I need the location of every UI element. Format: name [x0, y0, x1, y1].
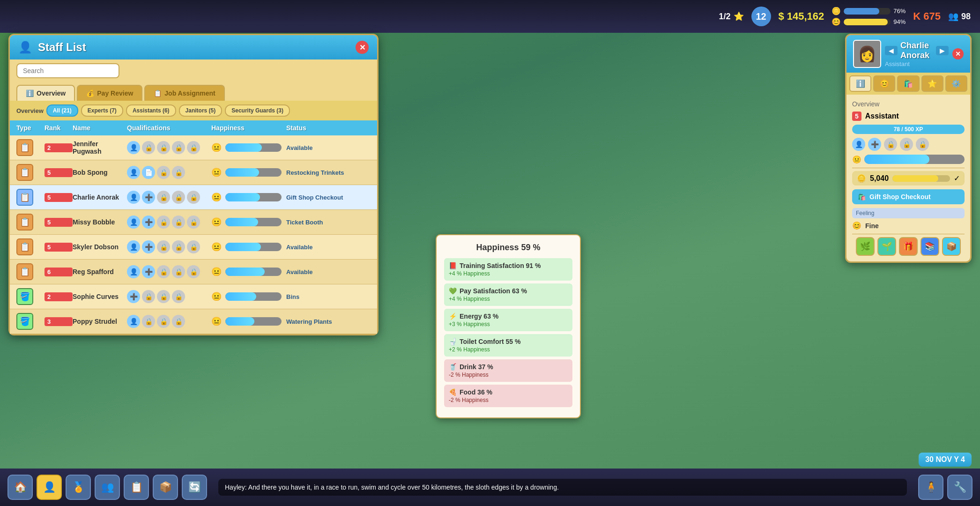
table-row[interactable]: 🪣 2 Sophie Curves ➕ 🔒 🔒 🔒 😐 Bins: [10, 284, 377, 309]
filter-all[interactable]: All (21): [46, 104, 78, 117]
staff-qualifications: 👤 📄 🔒 🔒: [127, 166, 211, 179]
staff-close-button[interactable]: ✕: [356, 41, 369, 54]
overview-tab-icon: ℹ️: [26, 89, 34, 97]
happiness-cell: 😐: [211, 316, 286, 327]
qual-icon: 🔒: [187, 191, 200, 204]
table-row[interactable]: 📋 5 Charlie Anorak 👤 ➕ 🔒 🔒 🔒 😐 Gift Shop…: [10, 185, 377, 210]
table-row[interactable]: 📋 5 Skyler Dobson 👤 ➕ 🔒 🔒 🔒 😐 Available: [10, 235, 377, 260]
visitors-count: 👥 98: [948, 11, 971, 22]
toilet-icon: 🚽: [449, 338, 457, 345]
bottom-btn-person[interactable]: 👤: [37, 475, 62, 500]
k-icon: K: [913, 10, 921, 22]
staff-type-icon: 📋: [16, 214, 33, 231]
qual-icon: 👤: [127, 166, 140, 179]
happiness-popup: Happiness 59 % 📕 Training Satisfaction 9…: [436, 234, 581, 418]
char-panel: 👩 ◀ Charlie Anorak ▶ Assistant ✕ ℹ️ 😊 🛍️…: [845, 34, 972, 263]
happiness-bar: [225, 168, 282, 177]
tab-overview-label: Overview: [37, 89, 66, 97]
action-gift-btn[interactable]: 🎁: [899, 237, 918, 256]
qual-icon: 🔒: [187, 216, 200, 229]
table-row[interactable]: 🪣 3 Poppy Strudel 👤 🔒 🔒 🔒 😐 Watering Pla…: [10, 309, 377, 334]
bottom-btn-box[interactable]: 📦: [153, 475, 178, 500]
char-qual-icon: 👤: [852, 138, 865, 151]
filter-experts[interactable]: Experts (7): [81, 104, 123, 117]
money-value: 145,162: [787, 10, 824, 22]
qual-icon: 🔒: [172, 141, 185, 154]
char-prev-button[interactable]: ◀: [885, 46, 898, 55]
char-qual-icon: 🔒: [884, 138, 897, 151]
tab-overview[interactable]: ℹ️ Overview: [16, 85, 75, 101]
happiness-bar: [225, 143, 282, 152]
qual-icon: 🔒: [157, 216, 170, 229]
happiness-emoji: 😐: [211, 242, 222, 252]
search-input[interactable]: [16, 63, 119, 78]
bottom-btn-arrows[interactable]: 🔄: [182, 475, 207, 500]
qual-icon: 🔒: [172, 290, 185, 303]
salary-row: 🪙 5,040 ✓: [852, 171, 965, 186]
filter-janitors[interactable]: Janitors (5): [179, 104, 223, 117]
happiness-item-sub: -2 % Happiness: [449, 372, 568, 378]
happiness-item-title: 💚 Pay Satisfaction 63 %: [449, 287, 568, 295]
table-row[interactable]: 📋 5 Missy Bobble 👤 ➕ 🔒 🔒 🔒 😐 Ticket Boot…: [10, 210, 377, 235]
progress-bar-1: [844, 8, 891, 15]
qual-icon: 🔒: [157, 240, 170, 253]
char-qual-icon: 🔒: [916, 138, 929, 151]
action-book-btn[interactable]: 📚: [921, 237, 939, 256]
char-tab-bag[interactable]: 🛍️: [897, 75, 919, 92]
happiness-item-sub: +4 % Happiness: [449, 296, 568, 302]
qual-icon: 🔒: [187, 265, 200, 278]
happiness-item-sub: +3 % Happiness: [449, 321, 568, 327]
action-leaf-btn[interactable]: 🌱: [877, 237, 896, 256]
action-box-btn[interactable]: 📦: [942, 237, 961, 256]
char-name: Charlie Anorak: [900, 41, 933, 60]
staff-panel: 👤 Staff List ✕ ℹ️ Overview 💰 Pay Review …: [8, 34, 379, 335]
bottom-btn-person2[interactable]: 🧍: [918, 475, 943, 500]
bottom-btn-list[interactable]: 📋: [124, 475, 149, 500]
happiness-item: 📕 Training Satisfaction 91 % +4 % Happin…: [444, 258, 572, 281]
qual-icon: 🔒: [172, 315, 185, 328]
happiness-emoji: 😐: [211, 316, 222, 327]
bottom-btn-tool[interactable]: 🔧: [947, 475, 973, 500]
bottom-bar: 🏠 👤 🏅 👥 📋 📦 🔄 Hayley: And there you have…: [0, 469, 980, 506]
staff-name: Jennifer Pugwash: [73, 140, 127, 155]
tab-job-assignment[interactable]: 📋 Job Assignment: [144, 85, 224, 101]
visitors-value: 98: [961, 12, 971, 22]
happiness-bar: [225, 268, 282, 276]
feeling-icon: 😊: [852, 221, 861, 230]
qual-icon: ➕: [127, 290, 140, 303]
char-section-title: Overview: [852, 100, 965, 108]
bottom-btn-home[interactable]: 🏠: [7, 475, 33, 500]
staff-status: Available: [286, 144, 371, 151]
char-tab-settings[interactable]: ⚙️: [945, 75, 967, 92]
table-row[interactable]: 📋 6 Reg Spafford 👤 ➕ 🔒 🔒 🔒 😐 Available: [10, 260, 377, 284]
char-next-button[interactable]: ▶: [936, 46, 949, 55]
filter-assistants[interactable]: Assistants (6): [126, 104, 176, 117]
overview-filter-label: Overview: [16, 107, 44, 114]
feeling-label: Feeling: [856, 210, 874, 216]
action-plant-btn[interactable]: 🌿: [856, 237, 875, 256]
staff-rank: 2: [45, 143, 73, 152]
happiness-cell: 😐: [211, 142, 286, 153]
staff-status: Gift Shop Checkout: [286, 194, 371, 201]
char-subtitle: Assistant: [885, 60, 949, 67]
xp-bar: 78 / 500 XP: [852, 125, 965, 134]
qual-icon: ➕: [142, 240, 155, 253]
staff-rank: 5: [45, 218, 73, 227]
bottom-btn-badge[interactable]: 🏅: [66, 475, 91, 500]
char-close-button[interactable]: ✕: [952, 48, 964, 60]
table-row[interactable]: 📋 2 Jennifer Pugwash 👤 🔒 🔒 🔒 🔒 😐 Availab…: [10, 135, 377, 160]
happiness-item: 🚽 Toilet Comfort 55 % +2 % Happiness: [444, 334, 572, 357]
happiness-cell: 😐: [211, 242, 286, 252]
happiness-emoji: 😐: [211, 192, 222, 202]
tab-pay-review[interactable]: 💰 Pay Review: [77, 85, 142, 101]
qual-icon: 👤: [127, 141, 140, 154]
char-tab-happiness[interactable]: 😊: [873, 75, 895, 92]
char-tab-skills[interactable]: ⭐: [921, 75, 943, 92]
char-tab-info[interactable]: ℹ️: [849, 75, 871, 92]
happiness-bar: [225, 218, 282, 226]
staff-qualifications: ➕ 🔒 🔒 🔒: [127, 290, 211, 303]
k-value: 675: [923, 10, 941, 22]
bottom-btn-adduser[interactable]: 👥: [95, 475, 120, 500]
table-row[interactable]: 📋 5 Bob Spong 👤 📄 🔒 🔒 😐 Restocking Trink…: [10, 160, 377, 185]
filter-security[interactable]: Security Guards (3): [225, 104, 290, 117]
